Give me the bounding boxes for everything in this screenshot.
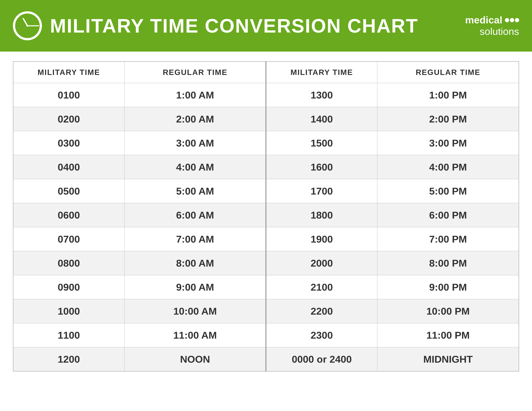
table-row: 03003:00 AM15003:00 PM <box>13 131 519 155</box>
cell-military-1: 0400 <box>13 155 124 179</box>
table-row: 06006:00 AM18006:00 PM <box>13 203 519 227</box>
cell-military-2: 1800 <box>266 203 377 227</box>
col-header-military-2: MILITARY TIME <box>266 62 377 83</box>
cell-regular-1: 2:00 AM <box>124 107 266 131</box>
table-container: MILITARY TIME REGULAR TIME MILITARY TIME… <box>0 52 532 411</box>
cell-regular-2: 9:00 PM <box>377 275 519 299</box>
col-header-military-1: MILITARY TIME <box>13 62 124 83</box>
cell-regular-1: 5:00 AM <box>124 179 266 203</box>
table-row: 100010:00 AM220010:00 PM <box>13 299 519 323</box>
cell-military-2: 0000 or 2400 <box>266 347 377 371</box>
brand-icon <box>505 18 519 22</box>
cell-military-1: 0200 <box>13 107 124 131</box>
cell-regular-2: 1:00 PM <box>377 83 519 107</box>
header-left: MILITARY TIME CONVERSION CHART <box>13 11 418 40</box>
cell-military-1: 1200 <box>13 347 124 371</box>
cell-military-2: 1700 <box>266 179 377 203</box>
header: MILITARY TIME CONVERSION CHART medical s… <box>0 0 532 52</box>
page-title: MILITARY TIME CONVERSION CHART <box>50 15 418 37</box>
cell-regular-1: NOON <box>124 347 266 371</box>
cell-regular-1: 7:00 AM <box>124 227 266 251</box>
clock-minute-hand <box>28 25 39 26</box>
brand-circle-3 <box>515 18 519 22</box>
cell-military-2: 2000 <box>266 251 377 275</box>
cell-regular-1: 3:00 AM <box>124 131 266 155</box>
cell-regular-1: 4:00 AM <box>124 155 266 179</box>
brand-logo: medical solutions <box>465 15 519 37</box>
brand-circle-1 <box>505 18 509 22</box>
cell-military-2: 2300 <box>266 323 377 347</box>
table-row: 05005:00 AM17005:00 PM <box>13 179 519 203</box>
brand-name-line1: medical <box>465 15 502 26</box>
cell-military-2: 1900 <box>266 227 377 251</box>
cell-regular-1: 1:00 AM <box>124 83 266 107</box>
cell-regular-2: 5:00 PM <box>377 179 519 203</box>
cell-regular-2: MIDNIGHT <box>377 347 519 371</box>
cell-regular-1: 8:00 AM <box>124 251 266 275</box>
cell-regular-1: 9:00 AM <box>124 275 266 299</box>
cell-regular-2: 3:00 PM <box>377 131 519 155</box>
cell-military-1: 0700 <box>13 227 124 251</box>
col-header-regular-1: REGULAR TIME <box>124 62 266 83</box>
cell-military-2: 2200 <box>266 299 377 323</box>
cell-military-2: 2100 <box>266 275 377 299</box>
table-row: 09009:00 AM21009:00 PM <box>13 275 519 299</box>
brand-circle-2 <box>510 18 514 22</box>
cell-regular-2: 11:00 PM <box>377 323 519 347</box>
cell-regular-1: 11:00 AM <box>124 323 266 347</box>
table-header-row: MILITARY TIME REGULAR TIME MILITARY TIME… <box>13 62 519 83</box>
cell-regular-2: 8:00 PM <box>377 251 519 275</box>
table-row: 02002:00 AM14002:00 PM <box>13 107 519 131</box>
cell-regular-2: 6:00 PM <box>377 203 519 227</box>
table-row: 110011:00 AM230011:00 PM <box>13 323 519 347</box>
cell-military-1: 0300 <box>13 131 124 155</box>
clock-icon <box>13 11 42 40</box>
cell-military-2: 1600 <box>266 155 377 179</box>
cell-military-2: 1300 <box>266 83 377 107</box>
table-row: 04004:00 AM16004:00 PM <box>13 155 519 179</box>
col-header-regular-2: REGULAR TIME <box>377 62 519 83</box>
cell-regular-2: 2:00 PM <box>377 107 519 131</box>
cell-military-1: 0500 <box>13 179 124 203</box>
cell-regular-2: 4:00 PM <box>377 155 519 179</box>
conversion-table: MILITARY TIME REGULAR TIME MILITARY TIME… <box>13 61 519 372</box>
table-row: 08008:00 AM20008:00 PM <box>13 251 519 275</box>
clock-hour-hand <box>22 18 28 26</box>
cell-military-1: 0600 <box>13 203 124 227</box>
cell-military-1: 0900 <box>13 275 124 299</box>
cell-regular-2: 7:00 PM <box>377 227 519 251</box>
cell-military-1: 0800 <box>13 251 124 275</box>
cell-military-1: 1000 <box>13 299 124 323</box>
cell-regular-1: 10:00 AM <box>124 299 266 323</box>
cell-military-2: 1500 <box>266 131 377 155</box>
table-row: 07007:00 AM19007:00 PM <box>13 227 519 251</box>
cell-military-1: 0100 <box>13 83 124 107</box>
cell-military-1: 1100 <box>13 323 124 347</box>
table-row: 1200NOON0000 or 2400MIDNIGHT <box>13 347 519 371</box>
cell-regular-2: 10:00 PM <box>377 299 519 323</box>
cell-regular-1: 6:00 AM <box>124 203 266 227</box>
brand-name-line2: solutions <box>480 26 519 37</box>
table-row: 01001:00 AM13001:00 PM <box>13 83 519 107</box>
cell-military-2: 1400 <box>266 107 377 131</box>
